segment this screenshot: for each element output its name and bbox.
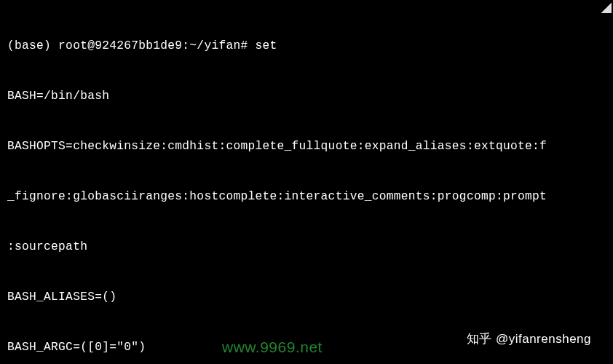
output-line: :sourcepath [7,239,613,256]
page-curl-icon [600,1,612,13]
shell-prompt: (base) root@924267bb1de9:~/yifan# [7,39,255,52]
shell-command: set [255,39,277,52]
output-line: BASH=/bin/bash [7,88,613,105]
prompt-line: (base) root@924267bb1de9:~/yifan# set [7,38,613,55]
output-line: BASHOPTS=checkwinsize:cmdhist:complete_f… [7,138,613,155]
watermark-zhihu: 知乎 @yifanrensheng [467,331,591,348]
output-line: _fignore:globasciiranges:hostcomplete:in… [7,189,613,205]
watermark-site: www.9969.net [222,336,323,358]
output-line: BASH_ALIASES=() [7,289,613,306]
terminal-window[interactable]: (base) root@924267bb1de9:~/yifan# set BA… [0,0,613,364]
